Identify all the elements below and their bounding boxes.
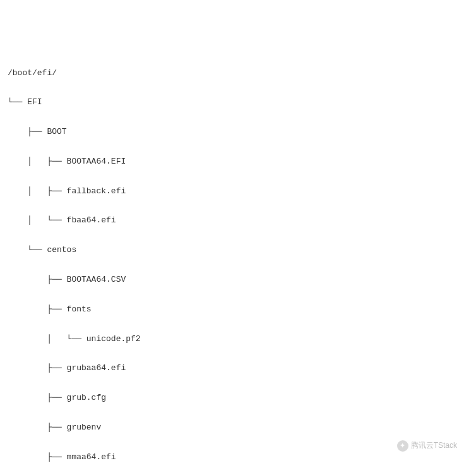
tree-boot-file: │ └── fbaa64.efi xyxy=(8,213,468,227)
watermark: ✦ 腾讯云TStack xyxy=(397,439,457,453)
tree-centos-file: ├── grubenv xyxy=(8,420,468,435)
wechat-icon: ✦ xyxy=(397,440,408,452)
tree-boot-file: │ ├── fallback.efi xyxy=(8,184,468,198)
tree-boot-file: │ ├── BOOTAA64.EFI xyxy=(8,154,468,169)
tree-centos-file: ├── BOOTAA64.CSV xyxy=(8,272,468,287)
tree-centos-file: ├── grubaa64.efi xyxy=(8,361,468,375)
watermark-text: 腾讯云TStack xyxy=(411,439,457,453)
tree-boot: ├── BOOT xyxy=(8,124,468,139)
tree-root: /boot/efi/ xyxy=(8,66,468,80)
tree-centos-file: ├── grub.cfg xyxy=(8,390,468,405)
tree-centos-file: │ └── unicode.pf2 xyxy=(8,332,468,346)
tree-efi: └── EFI xyxy=(8,95,468,109)
tree-centos-file: ├── fonts xyxy=(8,302,468,316)
tree-centos: └── centos xyxy=(8,243,468,257)
